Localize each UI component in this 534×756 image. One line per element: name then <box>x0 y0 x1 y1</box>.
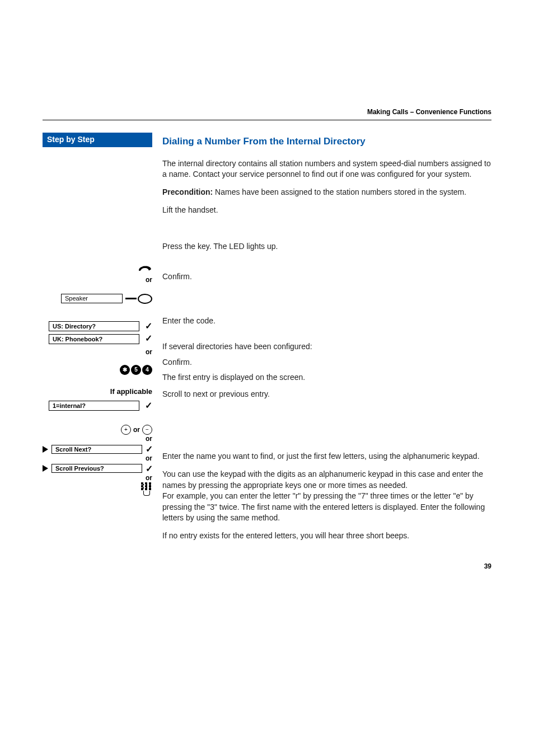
document-page: Making Calls – Convenience Functions Ste… <box>0 0 534 593</box>
content-columns: Step by Step or Speaker US: Di <box>43 133 491 548</box>
led-key-icon <box>125 294 152 304</box>
plus-minus-row: + or − <box>43 425 152 435</box>
handset-row <box>43 264 152 275</box>
first-entry-text: The first entry is displayed on the scre… <box>162 372 491 383</box>
precondition-label: Precondition: <box>162 187 213 196</box>
confirm2-text: Confirm. <box>162 357 491 368</box>
intro-paragraph: The internal directory contains all stat… <box>162 158 491 180</box>
internal-option-display: 1=internal? <box>49 401 139 411</box>
enter-code-text: Enter the code. <box>162 316 491 327</box>
key-4[interactable]: 4 <box>142 365 152 375</box>
speaker-key[interactable]: Speaker <box>61 294 123 303</box>
page-number: 39 <box>43 562 491 570</box>
spacer <box>43 170 152 264</box>
no-entry-text: If no entry exists for the entered lette… <box>162 530 491 542</box>
step-by-step-header: Step by Step <box>43 133 152 147</box>
or-label: or <box>43 348 152 357</box>
plus-key-icon[interactable]: + <box>121 425 131 435</box>
check-icon: ✓ <box>145 333 152 345</box>
check-icon: ✓ <box>145 321 152 332</box>
running-header: Making Calls – Convenience Functions <box>43 106 491 120</box>
check-icon: ✓ <box>146 444 153 454</box>
instruction-column: Dialing a Number From the Internal Direc… <box>162 133 491 548</box>
or-label: or <box>43 454 152 463</box>
or-label: or <box>43 435 152 444</box>
keypad-row <box>43 482 152 496</box>
speaker-key-row: Speaker <box>43 294 152 304</box>
scroll-text: Scroll to next or previous entry. <box>162 389 491 400</box>
check-icon: ✓ <box>145 400 152 412</box>
precondition-paragraph: Precondition: Names have been assigned t… <box>162 187 491 198</box>
keypad-icon[interactable] <box>141 482 152 496</box>
scroll-previous-display: Scroll Previous? <box>51 464 142 473</box>
subsection-heading: Dialing a Number From the Internal Direc… <box>162 133 491 148</box>
uk-phonebook-display: UK: Phonebook? <box>49 334 139 344</box>
if-several-text: If several directories have been configu… <box>162 341 491 353</box>
or-inline: or <box>133 426 140 435</box>
triangle-icon <box>43 446 48 453</box>
enter-name-text: Enter the name you want to find, or just… <box>162 451 491 462</box>
if-applicable-label: If applicable <box>110 387 152 397</box>
step-column: Step by Step or Speaker US: Di <box>43 133 152 496</box>
scroll-previous-row: Scroll Previous? ✓ <box>43 463 152 474</box>
keypad-explain-text: You can use the keypad with the digits a… <box>162 469 491 524</box>
internal-option-row: 1=internal? ✓ <box>43 400 152 412</box>
lift-handset-text: Lift the handset. <box>162 205 491 216</box>
key-star[interactable]: ✱ <box>120 365 130 375</box>
check-icon: ✓ <box>146 463 153 474</box>
uk-phonebook-row: UK: Phonebook? ✓ <box>43 333 152 345</box>
service-code[interactable]: ✱ 5 4 <box>120 365 152 375</box>
or-label: or <box>43 276 152 285</box>
minus-key-icon[interactable]: − <box>142 425 152 435</box>
if-applicable-row: If applicable <box>43 387 152 397</box>
scroll-next-row: Scroll Next? ✓ <box>43 444 152 454</box>
triangle-icon <box>43 465 48 472</box>
us-directory-display: US: Directory? <box>49 321 139 331</box>
key-5[interactable]: 5 <box>131 365 141 375</box>
scroll-next-display: Scroll Next? <box>51 445 142 454</box>
confirm-text: Confirm. <box>162 271 491 283</box>
section-title: Making Calls – Convenience Functions <box>367 108 491 116</box>
code-keys-row: ✱ 5 4 <box>43 365 152 375</box>
precondition-text: Names have been assigned to the station … <box>213 187 466 196</box>
press-key-text: Press the key. The LED lights up. <box>162 241 491 252</box>
or-label: or <box>43 474 152 483</box>
handset-icon <box>138 265 152 274</box>
us-directory-row: US: Directory? ✓ <box>43 321 152 332</box>
